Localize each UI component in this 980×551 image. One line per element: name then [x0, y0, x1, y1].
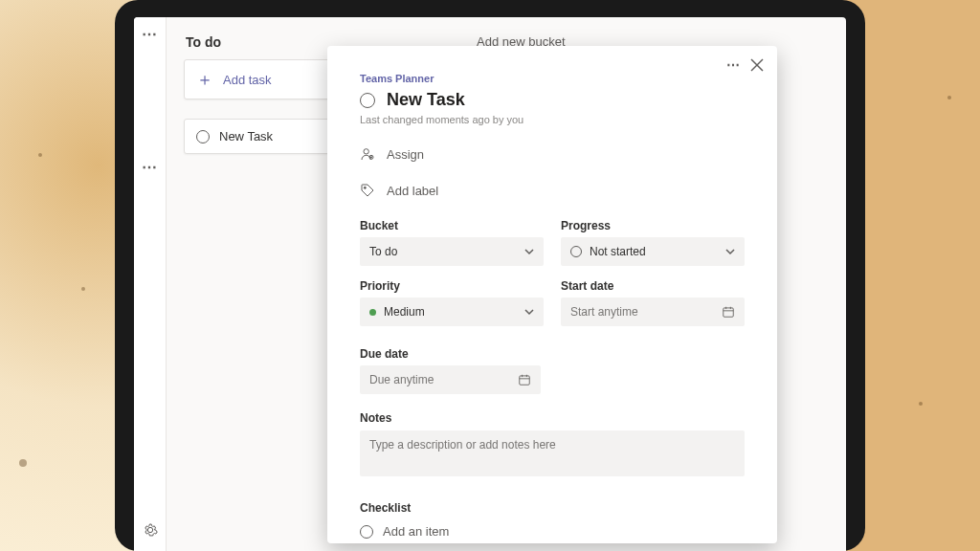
add-label-text: Add label [387, 184, 438, 198]
priority-field: Priority Medium [360, 279, 544, 326]
chevron-down-icon [524, 307, 534, 317]
checklist-add-item[interactable]: Add an item [360, 524, 745, 539]
progress-status-icon [570, 246, 582, 257]
progress-label: Progress [561, 219, 745, 232]
calendar-icon [518, 373, 531, 386]
priority-label: Priority [360, 279, 544, 293]
calendar-icon [722, 305, 735, 319]
notes-label: Notes [360, 411, 745, 425]
start-date-field: Start date Start anytime [561, 279, 745, 326]
breadcrumb[interactable]: Teams Planner [360, 73, 745, 84]
start-date-input[interactable]: Start anytime [561, 298, 745, 326]
tag-icon [360, 183, 375, 198]
more-icon[interactable]: ⋯ [142, 158, 158, 176]
svg-point-4 [364, 187, 366, 188]
app-screen: ⋯ ⋯ To do ＋ Add task New Task Add new bu… [134, 17, 846, 551]
svg-rect-9 [520, 376, 530, 385]
checklist-radio-icon [360, 525, 373, 539]
bucket-label: Bucket [360, 219, 544, 232]
dialog-more-icon[interactable]: ⋯ [726, 57, 741, 73]
bucket-field: Bucket To do [360, 219, 544, 266]
person-icon [360, 146, 375, 162]
close-icon[interactable] [750, 58, 764, 72]
chevron-down-icon [725, 247, 735, 256]
app-rail: ⋯ ⋯ [134, 17, 167, 551]
due-date-input[interactable]: Due anytime [360, 365, 541, 394]
due-date-label: Due date [360, 347, 541, 361]
task-name: New Task [219, 129, 273, 143]
chevron-down-icon [524, 247, 534, 256]
bucket-select[interactable]: To do [360, 237, 544, 266]
start-date-label: Start date [561, 279, 745, 293]
due-date-field: Due date Due anytime [360, 347, 541, 394]
svg-point-2 [364, 149, 368, 154]
checklist-label: Checklist [360, 501, 745, 515]
add-label-button[interactable]: Add label [360, 183, 745, 198]
priority-select[interactable]: Medium [360, 298, 544, 326]
task-complete-radio[interactable] [196, 130, 210, 143]
assign-label: Assign [387, 147, 424, 162]
task-detail-dialog: ⋯ Teams Planner New Task Last changed mo… [327, 46, 777, 543]
dialog-complete-radio[interactable] [360, 93, 375, 108]
tablet-frame: ⋯ ⋯ To do ＋ Add task New Task Add new bu… [115, 0, 865, 551]
svg-rect-5 [724, 308, 734, 317]
last-changed-text: Last changed moments ago by you [360, 114, 745, 125]
more-icon[interactable]: ⋯ [142, 25, 158, 43]
task-title[interactable]: New Task [387, 90, 465, 110]
add-task-label: Add task [223, 73, 272, 87]
board-area: To do ＋ Add task New Task Add new bucket… [167, 17, 846, 551]
assign-button[interactable]: Assign [360, 146, 745, 162]
progress-field: Progress Not started [561, 219, 745, 266]
progress-select[interactable]: Not started [561, 237, 745, 266]
priority-dot-icon [369, 309, 376, 316]
plus-icon: ＋ [196, 68, 213, 91]
notes-textarea[interactable] [360, 430, 745, 476]
gear-icon [143, 522, 158, 538]
settings-button[interactable] [143, 522, 158, 541]
